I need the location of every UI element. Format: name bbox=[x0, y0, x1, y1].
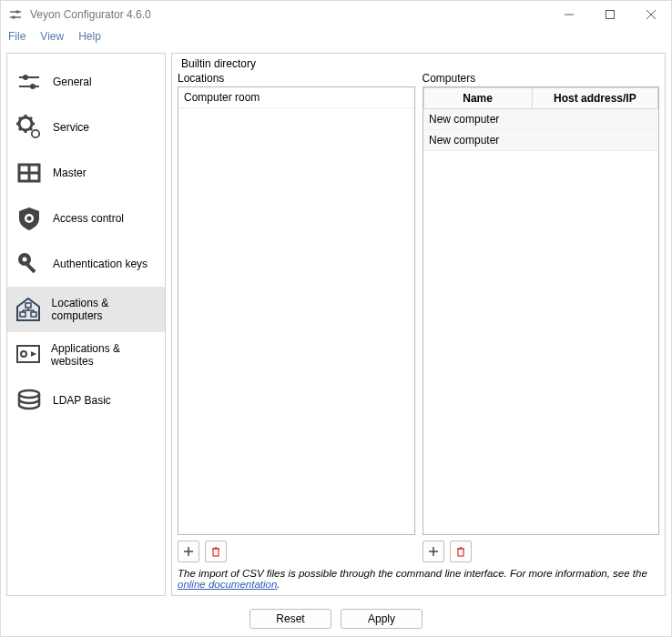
apply-button[interactable]: Apply bbox=[341, 609, 423, 629]
window-title: Veyon Configurator 4.6.0 bbox=[30, 8, 548, 21]
svg-line-21 bbox=[30, 117, 32, 119]
column-header-name[interactable]: Name bbox=[423, 88, 532, 109]
sidebar-item-locations-computers[interactable]: Locations & computers bbox=[7, 287, 165, 332]
svg-rect-32 bbox=[25, 303, 31, 308]
hint-prefix: The import of CSV files is possible thro… bbox=[178, 568, 647, 579]
computers-buttons bbox=[423, 535, 660, 564]
gears-icon bbox=[15, 113, 44, 142]
svg-point-1 bbox=[15, 10, 19, 14]
svg-rect-33 bbox=[20, 312, 25, 317]
key-icon bbox=[15, 249, 44, 278]
svg-rect-31 bbox=[25, 263, 36, 273]
add-computer-button[interactable] bbox=[423, 541, 444, 562]
svg-point-30 bbox=[23, 258, 27, 262]
sidebar-item-label: Service bbox=[53, 121, 89, 134]
svg-point-3 bbox=[12, 15, 15, 19]
sidebar-item-label: Master bbox=[53, 167, 87, 179]
locations-buttons bbox=[178, 535, 415, 564]
minimize-button[interactable] bbox=[548, 1, 589, 28]
hint-link[interactable]: online documentation bbox=[178, 579, 277, 590]
add-location-button[interactable] bbox=[178, 541, 199, 562]
cell-host[interactable] bbox=[532, 109, 657, 130]
svg-rect-45 bbox=[213, 549, 219, 556]
close-button[interactable] bbox=[630, 1, 671, 28]
sidebar-item-service[interactable]: Service bbox=[7, 105, 165, 150]
app-icon bbox=[8, 7, 23, 22]
computers-table-container[interactable]: Name Host address/IP New computer bbox=[423, 86, 660, 535]
sidebar-item-applications-websites[interactable]: Applications & websites bbox=[7, 332, 165, 378]
svg-point-40 bbox=[21, 351, 26, 357]
menu-file[interactable]: File bbox=[8, 30, 25, 43]
table-row[interactable]: New computer bbox=[423, 130, 658, 151]
delete-computer-button[interactable] bbox=[450, 541, 472, 562]
app-window: Veyon Configurator 4.6.0 File View Help bbox=[0, 0, 672, 637]
svg-rect-50 bbox=[458, 549, 463, 556]
menu-bar: File View Help bbox=[1, 28, 671, 47]
reset-button[interactable]: Reset bbox=[249, 609, 331, 629]
svg-point-42 bbox=[19, 390, 39, 398]
svg-line-20 bbox=[19, 128, 21, 130]
sidebar: General Se bbox=[6, 53, 166, 596]
computers-label: Computers bbox=[423, 72, 660, 85]
database-icon bbox=[15, 386, 44, 415]
sidebar-item-ldap-basic[interactable]: LDAP Basic bbox=[7, 378, 165, 423]
sidebar-item-label: General bbox=[53, 76, 92, 88]
svg-point-13 bbox=[24, 122, 28, 126]
location-item[interactable]: Computer room bbox=[178, 87, 414, 108]
maximize-button[interactable] bbox=[589, 1, 630, 28]
sidebar-item-label: Access control bbox=[53, 212, 124, 225]
svg-point-9 bbox=[23, 75, 28, 80]
main-area: General Se bbox=[1, 47, 671, 602]
sidebar-item-label: Locations & computers bbox=[52, 297, 158, 322]
table-row[interactable]: New computer bbox=[423, 109, 658, 130]
svg-line-19 bbox=[30, 128, 32, 130]
sidebar-item-general[interactable]: General bbox=[7, 59, 165, 105]
network-computers-icon bbox=[15, 295, 43, 324]
computers-table: Name Host address/IP New computer bbox=[423, 87, 659, 151]
delete-location-button[interactable] bbox=[205, 541, 227, 562]
cell-host[interactable] bbox=[532, 130, 657, 151]
cell-name[interactable]: New computer bbox=[423, 130, 532, 151]
apps-icon bbox=[15, 340, 42, 369]
sidebar-item-label: Applications & websites bbox=[51, 342, 158, 368]
locations-label: Locations bbox=[178, 72, 415, 85]
svg-point-23 bbox=[35, 133, 37, 136]
cell-name[interactable]: New computer bbox=[423, 109, 532, 130]
hint-suffix: . bbox=[277, 579, 280, 590]
footer: Reset Apply bbox=[1, 602, 671, 636]
locations-list[interactable]: Computer room bbox=[178, 86, 415, 535]
computers-column: Computers Name Host address/IP bbox=[423, 72, 660, 564]
titlebar: Veyon Configurator 4.6.0 bbox=[1, 1, 671, 28]
menu-help[interactable]: Help bbox=[78, 30, 101, 43]
sidebar-item-label: LDAP Basic bbox=[53, 394, 111, 407]
shield-icon bbox=[15, 204, 44, 233]
menu-view[interactable]: View bbox=[40, 30, 64, 43]
sidebar-item-access-control[interactable]: Access control bbox=[7, 196, 165, 241]
svg-rect-34 bbox=[31, 312, 36, 317]
locations-column: Locations Computer room bbox=[178, 72, 415, 564]
sidebar-item-master[interactable]: Master bbox=[7, 150, 165, 196]
columns: Locations Computer room bbox=[178, 72, 659, 564]
sidebar-item-label: Authentication keys bbox=[53, 258, 148, 270]
hint-text: The import of CSV files is possible thro… bbox=[178, 564, 659, 595]
grid-icon bbox=[15, 158, 44, 187]
svg-rect-5 bbox=[606, 11, 614, 19]
svg-point-28 bbox=[27, 217, 32, 221]
content-panel: Builtin directory Locations Computer roo… bbox=[171, 53, 666, 596]
column-header-host[interactable]: Host address/IP bbox=[532, 88, 657, 109]
groupbox-builtin-directory: Builtin directory Locations Computer roo… bbox=[178, 59, 659, 595]
sidebar-item-authentication-keys[interactable]: Authentication keys bbox=[7, 241, 165, 287]
svg-point-11 bbox=[30, 84, 36, 89]
window-controls bbox=[548, 1, 671, 28]
sliders-icon bbox=[15, 67, 44, 96]
svg-line-18 bbox=[19, 117, 21, 119]
svg-marker-41 bbox=[31, 351, 36, 357]
groupbox-title: Builtin directory bbox=[181, 57, 256, 70]
